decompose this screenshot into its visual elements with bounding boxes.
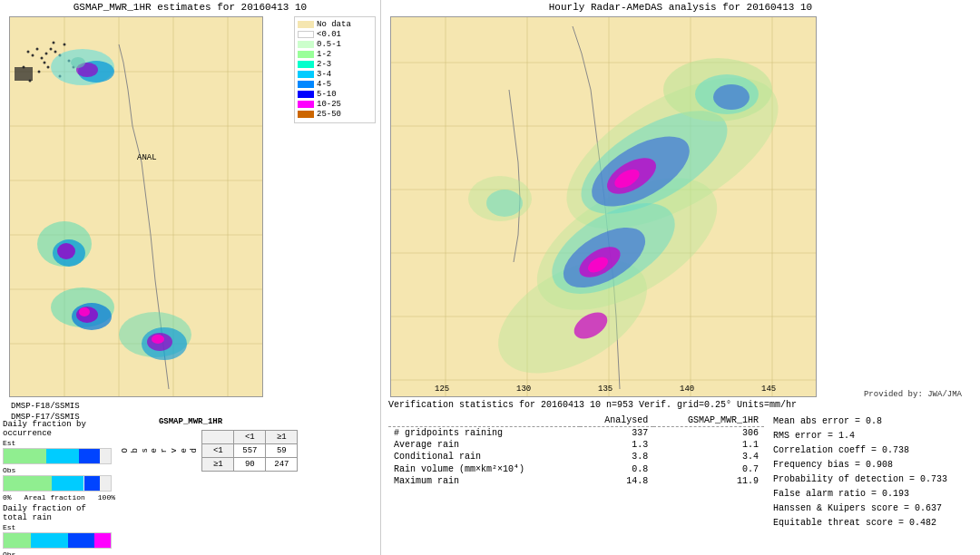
stats-val-condrain-gsmap: 3.4	[653, 451, 764, 462]
stats-label-condrain: Conditional rain	[388, 451, 580, 462]
svg-point-20	[64, 44, 66, 46]
left-panel: GSMAP_MWR_1HR estimates for 20160413 10	[0, 0, 381, 555]
left-map: ANAL 15 10 5	[9, 16, 263, 397]
stats-val-maxrain-gsmap: 11.9	[653, 475, 764, 487]
obs-occurrence-bar	[3, 475, 112, 492]
axis-labels-1: 0% Areal fraction 100%	[3, 493, 115, 501]
anal-label: ANAL	[137, 153, 157, 162]
lon-tick-125: 125	[435, 385, 449, 394]
legend-item-10-25: 10-25	[298, 100, 372, 109]
obs-text-1: Obs	[3, 466, 15, 474]
stats-table-area: Analysed GSMAP_MWR_1HR # gridpoints rain…	[388, 414, 764, 531]
svg-point-38	[79, 307, 90, 316]
stats-label-gridpoints: # gridpoints raining	[388, 427, 580, 439]
matrix-empty-cell	[202, 431, 234, 444]
metric-freq-bias: Frequency bias = 0.908	[773, 458, 973, 472]
stats-content: Analysed GSMAP_MWR_1HR # gridpoints rain…	[388, 414, 973, 531]
legend-item-05-1: 0.5-1	[298, 40, 372, 49]
est-bar-cyan	[46, 449, 78, 463]
legend-color-3-4	[298, 71, 314, 78]
stats-col-gsmap: GSMAP_MWR_1HR	[653, 414, 764, 427]
svg-point-69	[713, 84, 750, 110]
legend-color-1-2	[298, 51, 314, 58]
matrix-table: <1 ≥1 <1 557 59 ≥1 90 247	[201, 430, 298, 472]
obs-bar-green	[4, 476, 52, 491]
matrix-header-row: <1 ≥1	[202, 431, 298, 444]
svg-point-25	[38, 71, 41, 73]
legend-label-nodata: No data	[317, 20, 351, 29]
lon-tick-135: 135	[598, 385, 612, 394]
stats-val-rainvol-gsmap: 0.7	[653, 462, 764, 475]
svg-point-10	[45, 53, 48, 55]
stats-val-gridpoints-analysed: 337	[580, 427, 653, 439]
svg-point-11	[50, 48, 53, 51]
axis-start-1: 0%	[3, 493, 12, 501]
total-rain-chart-title: Daily fraction of total rain	[3, 504, 115, 522]
svg-rect-43	[15, 67, 33, 81]
lon-tick-145: 145	[761, 385, 776, 394]
est-rain-bar-cyan	[31, 533, 68, 548]
metric-mean-abs: Mean abs error = 0.8	[773, 414, 973, 429]
est-text-1: Est	[3, 439, 15, 447]
legend-label-05-1: 0.5-1	[317, 40, 341, 49]
obs-label-2: Obs	[3, 550, 115, 555]
areal-label: Areal fraction	[24, 493, 85, 501]
matrix-title: GSMAP_MWR_1HR	[121, 417, 260, 426]
stats-header-row: Analysed GSMAP_MWR_1HR	[388, 414, 764, 427]
legend-item-3-4: 3-4	[298, 70, 372, 79]
sat-label-f18: DMSP-F18/SSMIS	[11, 402, 80, 411]
svg-point-71	[486, 190, 523, 217]
confusion-matrix: GSMAP_MWR_1HR Observed <1 ≥1 <1 557 59	[118, 414, 263, 555]
legend-item-nodata: No data	[298, 20, 372, 29]
stats-row-condrain: Conditional rain 3.8 3.4	[388, 451, 764, 462]
stats-val-gridpoints-gsmap: 306	[653, 427, 764, 439]
legend-label-3-4: 3-4	[317, 70, 331, 79]
legend-label-5-10: 5-10	[317, 90, 337, 99]
lon-tick-130: 130	[516, 385, 531, 394]
legend-item-2-3: 2-3	[298, 60, 372, 69]
obs-text-2: Obs	[3, 550, 15, 555]
est-label-2: Est	[3, 523, 115, 531]
matrix-cell-ge1-lt1: 90	[234, 458, 266, 472]
matrix-wrapper: Observed <1 ≥1 <1 557 59	[121, 430, 260, 472]
stats-val-avgrain-analysed: 1.3	[580, 439, 653, 451]
right-map-title: Hourly Radar-AMeDAS analysis for 2016041…	[381, 0, 980, 15]
legend-color-25-50	[298, 111, 314, 118]
stats-row-gridpoints: # gridpoints raining 337 306	[388, 427, 764, 439]
stats-row-maxrain: Maximum rain 14.8 11.9	[388, 475, 764, 487]
right-panel: Hourly Radar-AMeDAS analysis for 2016041…	[381, 0, 980, 555]
stats-label-avgrain: Average rain	[388, 439, 580, 451]
metric-ets: Equitable threat score = 0.482	[773, 516, 973, 531]
metric-rms: RMS error = 1.4	[773, 429, 973, 443]
matrix-row-ge1: ≥1 90 247	[202, 458, 298, 472]
svg-point-13	[54, 51, 57, 54]
legend-label-4-5: 4-5	[317, 80, 331, 89]
legend-color-nodata	[298, 21, 314, 28]
legend-label-25-50: 25-50	[317, 110, 341, 119]
metric-far: False alarm ratio = 0.193	[773, 487, 973, 501]
svg-point-42	[152, 335, 164, 344]
est-bar-green	[4, 449, 46, 463]
occurrence-chart-title: Daily fraction by occurrence	[3, 420, 115, 438]
svg-point-14	[44, 62, 46, 64]
stats-val-rainvol-analysed: 0.8	[580, 462, 653, 475]
est-label-1: Est	[3, 439, 115, 447]
metric-hk: Hanssen & Kuipers score = 0.637	[773, 501, 973, 516]
stats-col-analysed: Analysed	[580, 414, 653, 427]
stats-label-maxrain: Maximum rain	[388, 475, 580, 487]
est-rain-bar-blue	[68, 533, 95, 548]
stats-val-avgrain-gsmap: 1.1	[653, 439, 764, 451]
matrix-cell-ge1-ge1: 247	[266, 458, 298, 472]
stats-row-avgrain: Average rain 1.3 1.1	[388, 439, 764, 451]
obs-label-1: Obs	[3, 466, 115, 474]
legend-color-001	[298, 31, 314, 38]
matrix-cell-lt1-lt1: 557	[234, 444, 266, 458]
svg-point-31	[71, 57, 85, 68]
svg-point-17	[36, 48, 39, 51]
est-rain-bar-magenta	[94, 533, 111, 548]
legend-item-1-2: 1-2	[298, 50, 372, 59]
svg-point-19	[32, 54, 34, 57]
matrix-row-lt1: <1 557 59	[202, 444, 298, 458]
legend-color-5-10	[298, 91, 314, 98]
stats-label-rainvol: Rain volume (mm×km²×10⁴)	[388, 462, 580, 475]
